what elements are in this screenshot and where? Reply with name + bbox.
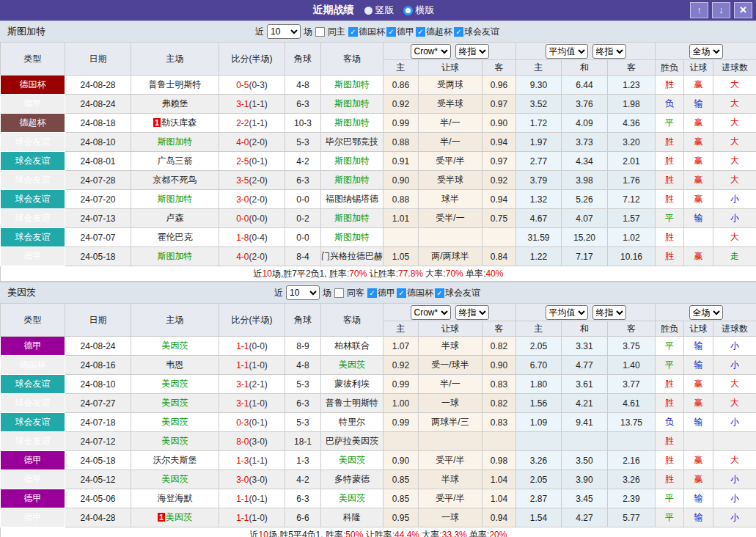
vertical-layout-radio[interactable] xyxy=(364,7,373,15)
league-checkbox[interactable]: ✓ xyxy=(386,27,396,37)
close-button[interactable]: ✕ xyxy=(734,2,752,18)
same-side-checkbox[interactable] xyxy=(315,27,325,37)
away-team-name: 斯图加特 xyxy=(334,98,370,109)
cell-odds-away: 0.92 xyxy=(482,171,516,190)
league-checkbox[interactable]: ✓ xyxy=(416,27,425,37)
half-time-score: (2-1) xyxy=(249,379,268,390)
league-filter-item: ✓球会友谊 xyxy=(454,26,499,38)
full-match-group: 全场 xyxy=(656,304,756,321)
cell-odds-away: 0.96 xyxy=(482,76,516,95)
cell-away: 斯图加特 xyxy=(321,152,383,171)
cell-away: 美因茨 xyxy=(321,489,383,508)
league-filter-item: ✓德超杯 xyxy=(416,26,452,38)
cell-date: 24-07-12 xyxy=(65,432,131,451)
cell-avg-draw: 4.07 xyxy=(562,209,608,228)
cell-odds-away: 1.04 xyxy=(482,489,516,508)
full-time-score: 2-5 xyxy=(236,156,249,167)
cell-avg-away: 13.75 xyxy=(608,413,656,432)
cell-score: 4-0(2-0) xyxy=(219,133,285,152)
cell-corner: 0-0 xyxy=(285,190,321,209)
league-label: 德国杯 xyxy=(407,287,433,299)
match-row: 德甲24-05-12美因茨3-0(3-0)4-2多特蒙德0.85半球1.042.… xyxy=(1,470,756,489)
match-row: 德甲24-05-18沃尔夫斯堡1-3(1-1)1-3美因茨0.90受平/半0.9… xyxy=(1,451,756,470)
cell-result-goals: 大 xyxy=(713,114,756,133)
cell-avg-draw xyxy=(562,432,608,451)
half-time-score: (0-4) xyxy=(249,233,268,243)
full-time-score: 4-0 xyxy=(236,137,249,147)
cell-score: 3-0(3-0) xyxy=(219,470,285,489)
league-checkbox[interactable]: ✓ xyxy=(367,288,377,298)
final-odds-select-2[interactable]: 终指 xyxy=(592,305,626,320)
games-count-select[interactable]: 10 xyxy=(267,24,301,39)
average-odds-group: 平均值终指 xyxy=(516,43,656,60)
games-count-select[interactable]: 10 xyxy=(286,285,320,300)
horizontal-layout-label[interactable]: 横版 xyxy=(416,4,435,17)
average-select[interactable]: 平均值 xyxy=(546,44,588,59)
team-name: 斯图加特 xyxy=(7,25,45,38)
final-odds-select[interactable]: 终指 xyxy=(455,44,489,59)
cell-type: 球会友谊 xyxy=(1,209,65,228)
league-checkbox[interactable]: ✓ xyxy=(348,27,358,37)
cell-type: 球会友谊 xyxy=(1,133,65,152)
cell-avg-draw: 4.09 xyxy=(562,114,608,133)
same-side-checkbox[interactable] xyxy=(334,288,344,298)
crow-company-select[interactable]: Crow* xyxy=(411,305,451,320)
cell-result-handicap: 赢 xyxy=(684,152,713,171)
final-odds-select[interactable]: 终指 xyxy=(455,305,489,320)
full-time-score: 1-1 xyxy=(236,360,249,370)
half-time-score: (1-1) xyxy=(249,118,268,128)
crow-odds-group: Crow*终指 xyxy=(383,304,516,321)
cell-avg-draw: 5.26 xyxy=(562,190,608,209)
cell-away: 福图纳锡塔德 xyxy=(321,190,383,209)
cell-type: 德国杯 xyxy=(1,356,65,375)
cell-avg-draw: 3.98 xyxy=(562,171,608,190)
cell-avg-home: 3.79 xyxy=(516,171,562,190)
away-team-name: 蒙彼利埃 xyxy=(334,379,370,389)
away-team-name: 美因茨 xyxy=(339,455,365,465)
summary-part: 近 xyxy=(254,268,263,279)
league-checkbox[interactable]: ✓ xyxy=(454,27,463,37)
cell-result-handicap: 赢 xyxy=(684,76,713,95)
cell-odds-handicap: 受平/半 xyxy=(419,152,482,171)
move-up-button[interactable]: ↑ xyxy=(690,2,708,18)
cell-type: 德甲 xyxy=(1,95,65,114)
horizontal-layout-radio[interactable] xyxy=(403,6,413,15)
match-row: 球会友谊24-07-28京都不死鸟3-5(2-0)6-3斯图加特0.90受半球0… xyxy=(1,171,756,190)
cell-home: 霍伦巴克 xyxy=(131,228,219,247)
vertical-layout-label[interactable]: 竖版 xyxy=(375,4,394,17)
league-checkbox[interactable]: ✓ xyxy=(397,288,406,298)
cell-result-handicap: 赢 xyxy=(684,394,713,413)
final-odds-select-2[interactable]: 终指 xyxy=(592,44,626,59)
full-time-score: 0-0 xyxy=(236,213,249,224)
col-date: 日期 xyxy=(65,43,131,76)
results-table: 类型 日期 主场 比分(半场) 角球 客场 Crow*终指 平均值终指 全场 主… xyxy=(0,303,756,537)
cell-away: 斯图加特 xyxy=(321,171,383,190)
cell-result-handicap: 输 xyxy=(684,356,713,375)
col-score: 比分(半场) xyxy=(219,304,285,337)
cell-avg-draw: 4.34 xyxy=(562,152,608,171)
match-row: 球会友谊24-08-10美因茨3-1(2-1)5-3蒙彼利埃0.99半/一0.8… xyxy=(1,375,756,394)
league-label: 德超杯 xyxy=(426,26,452,38)
cell-date: 24-05-18 xyxy=(65,451,131,470)
away-team-name: 斯图加特 xyxy=(334,156,370,166)
cell-avg-home: 1.54 xyxy=(516,508,562,527)
cell-odds-away: 0.90 xyxy=(482,356,516,375)
cell-home: 1美因茨 xyxy=(131,508,219,527)
col-result-handicap: 让球 xyxy=(684,321,713,337)
move-down-button[interactable]: ↓ xyxy=(712,2,730,18)
cell-result-handicap: 输 xyxy=(684,413,713,432)
full-match-select[interactable]: 全场 xyxy=(689,44,723,59)
cell-odds-handicap: 一球 xyxy=(419,394,482,413)
col-corner: 角球 xyxy=(285,43,321,76)
full-match-select[interactable]: 全场 xyxy=(689,305,723,320)
cell-odds-away xyxy=(482,432,516,451)
col-avg-draw: 和 xyxy=(562,60,608,76)
crow-company-select[interactable]: Crow* xyxy=(411,44,451,59)
summary-part: 大率: xyxy=(419,530,442,537)
col-type: 类型 xyxy=(1,304,65,337)
league-checkbox[interactable]: ✓ xyxy=(435,288,444,298)
cell-avg-home: 1.72 xyxy=(516,114,562,133)
average-select[interactable]: 平均值 xyxy=(546,305,588,320)
cell-result-wdl: 平 xyxy=(656,508,684,527)
match-row: 球会友谊24-07-07霍伦巴克1-8(0-4)0-0斯图加特31.5915.2… xyxy=(1,228,756,247)
